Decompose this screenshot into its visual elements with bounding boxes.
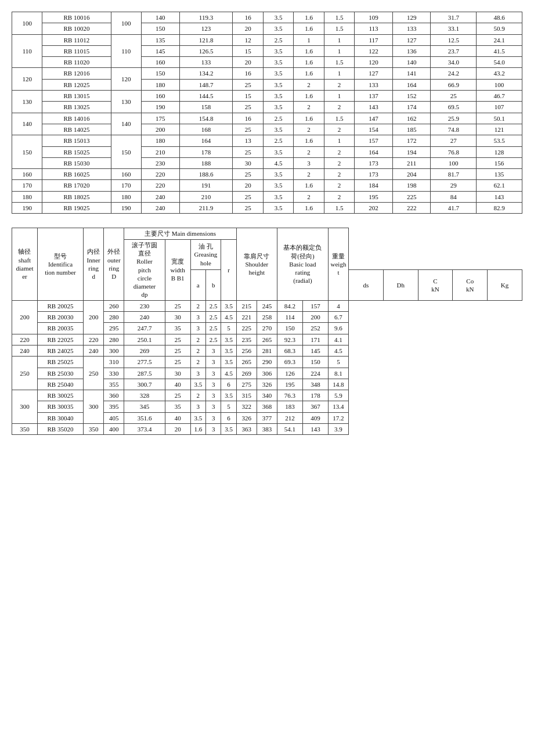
b-cell: 3 bbox=[205, 345, 221, 356]
r1-cell: 3 bbox=[294, 157, 324, 168]
a-cell: 2 bbox=[190, 390, 205, 401]
r-cell: 3.5 bbox=[263, 12, 293, 23]
Kg-header: Kg bbox=[488, 270, 522, 301]
Co-cell: 143 bbox=[477, 191, 522, 202]
B-cell: 35 bbox=[165, 323, 190, 334]
ds-cell: 122 bbox=[355, 45, 393, 56]
inner-cell: 220 bbox=[84, 334, 104, 345]
r-cell: 3.5 bbox=[263, 124, 293, 135]
dp-cell: 123 bbox=[179, 23, 233, 34]
inner-header: 内径Innerringd bbox=[84, 228, 104, 300]
model-cell: RB 30025 bbox=[37, 390, 83, 401]
r-cell: 3.5 bbox=[263, 180, 293, 191]
ds-cell: 173 bbox=[355, 169, 393, 180]
ds-cell: 173 bbox=[355, 157, 393, 168]
r2-cell: 2 bbox=[324, 124, 354, 135]
shaft-cell: 220 bbox=[12, 334, 38, 345]
r1-cell: 2 bbox=[294, 102, 324, 113]
C-cell: 150 bbox=[277, 323, 303, 334]
r2-cell: 1 bbox=[324, 135, 354, 146]
Dh-cell: 164 bbox=[392, 79, 431, 90]
b-cell: 2.5 bbox=[205, 312, 221, 323]
B-cell: 30 bbox=[165, 312, 190, 323]
model-cell: RB 17020 bbox=[42, 180, 111, 191]
r-cell: 4.5 bbox=[263, 157, 293, 168]
r-cell: 4.5 bbox=[221, 368, 236, 379]
Dh-cell: 258 bbox=[257, 312, 277, 323]
Co-cell: 121 bbox=[477, 124, 522, 135]
Kg-cell: 14.8 bbox=[328, 379, 348, 390]
Dh-cell: 340 bbox=[257, 390, 277, 401]
dp-cell: 119.3 bbox=[179, 12, 233, 23]
dp-cell: 168 bbox=[179, 124, 233, 135]
outer-cell: 330 bbox=[104, 368, 124, 379]
shaft-cell: 190 bbox=[12, 203, 42, 214]
Dh-cell: 326 bbox=[257, 379, 277, 390]
model-cell: RB 20025 bbox=[37, 300, 83, 311]
D-cell: 240 bbox=[142, 191, 180, 202]
model-cell: RB 25025 bbox=[37, 357, 83, 368]
model-cell: RB 11015 bbox=[42, 45, 111, 56]
Dh-cell: 136 bbox=[392, 45, 431, 56]
dp-cell: 287.5 bbox=[124, 368, 165, 379]
shaft2-cell: 130 bbox=[111, 91, 141, 113]
roller-header: 滚子节圆直径Rollerpitchcirclediameterdp bbox=[124, 239, 165, 300]
Dh-cell: 265 bbox=[257, 334, 277, 345]
inner-cell: 240 bbox=[84, 345, 104, 356]
model-cell: RB 13015 bbox=[42, 91, 111, 102]
D-cell: 180 bbox=[142, 79, 180, 90]
dp-cell: 247.7 bbox=[124, 323, 165, 334]
r2-cell: 2 bbox=[324, 169, 354, 180]
basic-load-header: 基本的额定负荷(径向)Basic loadrating(radial) bbox=[277, 228, 329, 300]
dp-cell: 188 bbox=[179, 157, 233, 168]
B-cell: 25 bbox=[165, 345, 190, 356]
r-cell: 3.5 bbox=[263, 146, 293, 157]
shaft-cell: 240 bbox=[12, 345, 38, 356]
model-cell: RB 24025 bbox=[37, 345, 83, 356]
Co-cell: 156 bbox=[477, 157, 522, 168]
C-cell: 23.7 bbox=[431, 45, 477, 56]
D-cell: 210 bbox=[142, 146, 180, 157]
main-dim-header: 主要尺寸 Main dimensions bbox=[124, 228, 236, 239]
Co-cell: 224 bbox=[302, 368, 328, 379]
r1-cell: 2 bbox=[294, 124, 324, 135]
shaft-cell: 100 bbox=[12, 12, 42, 35]
model-cell: RB 10020 bbox=[42, 23, 111, 34]
ds-cell: 164 bbox=[355, 146, 393, 157]
Co-cell: 107 bbox=[477, 102, 522, 113]
r1-cell: 1.6 bbox=[294, 23, 324, 34]
dp-cell: 351.6 bbox=[124, 412, 165, 423]
Co-cell: 43.2 bbox=[477, 68, 522, 79]
shaft2-cell: 170 bbox=[111, 180, 141, 191]
dp-cell: 210 bbox=[179, 191, 233, 202]
model-cell: RB 11020 bbox=[42, 57, 111, 68]
Co-cell: 46.7 bbox=[477, 91, 522, 102]
dp-cell: 148.7 bbox=[179, 79, 233, 90]
shaft-header: 轴径shaftdiameter bbox=[12, 228, 38, 300]
model-cell: RB 15013 bbox=[42, 135, 111, 146]
model-cell: RB 13025 bbox=[42, 102, 111, 113]
Kg-cell: 4.1 bbox=[328, 334, 348, 345]
dp-cell: 277.5 bbox=[124, 357, 165, 368]
dp-cell: 158 bbox=[179, 102, 233, 113]
Kg-cell: 3.9 bbox=[328, 423, 348, 434]
table2-wrapper: 轴径shaftdiameter型号Identification number内径… bbox=[12, 228, 522, 435]
ds-cell: 235 bbox=[236, 334, 257, 345]
B-cell: 30 bbox=[233, 157, 263, 168]
shaft2-cell: 140 bbox=[111, 113, 141, 135]
B-cell: 25 bbox=[165, 390, 190, 401]
r1-cell: 1 bbox=[294, 34, 324, 45]
Kg-cell: 6.7 bbox=[328, 312, 348, 323]
oil-header: 油 孔Greasinghole bbox=[190, 239, 221, 270]
D-cell: 240 bbox=[142, 203, 180, 214]
C-cell: 69.3 bbox=[277, 357, 303, 368]
model-cell: RB 30035 bbox=[37, 401, 83, 412]
C-cell: 29 bbox=[431, 180, 477, 191]
ds-cell: 127 bbox=[355, 68, 393, 79]
B-cell: 20 bbox=[233, 57, 263, 68]
D-cell: 190 bbox=[142, 102, 180, 113]
r-cell: 3.5 bbox=[263, 79, 293, 90]
r-cell: 3.5 bbox=[221, 390, 236, 401]
model-cell: RB 22025 bbox=[37, 334, 83, 345]
r-cell: 4.5 bbox=[221, 312, 236, 323]
